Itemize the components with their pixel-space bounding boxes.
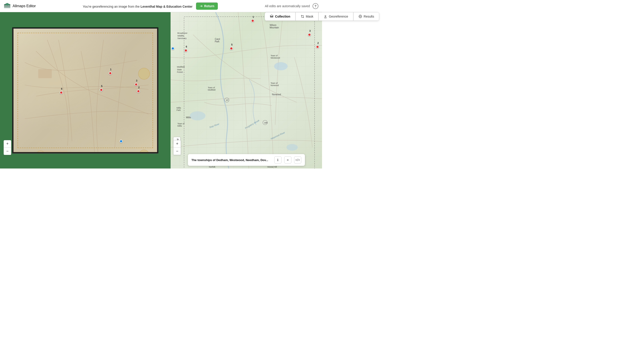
svg-point-26 xyxy=(263,120,267,125)
cp-label-6-left: 6 xyxy=(61,87,62,90)
right-zoom-controls: + − xyxy=(173,140,181,155)
svg-text:Neponset River: Neponset River xyxy=(270,131,286,140)
control-point-1-left[interactable]: 1 xyxy=(109,72,112,75)
app-name: Allmaps Editor xyxy=(12,4,36,8)
cp-label-5-right: 5 xyxy=(231,43,232,46)
institution-name: Leventhal Map & Education Center xyxy=(140,5,192,8)
map-topo-svg: Purgatory Brook Stop River Neponset Rive… xyxy=(170,12,322,169)
map-canvas[interactable]: Purgatory Brook Stop River Neponset Rive… xyxy=(170,12,322,169)
tab-mask[interactable]: Mask xyxy=(296,13,318,21)
info-button[interactable]: ℹ xyxy=(274,156,282,164)
list-button[interactable]: ≡ xyxy=(284,156,292,164)
label-wilson: WilsonMountain xyxy=(270,24,279,29)
svg-rect-1 xyxy=(4,6,10,7)
svg-text:27: 27 xyxy=(226,99,228,101)
label-millis: Millis xyxy=(186,116,191,119)
svg-rect-2 xyxy=(4,7,10,8)
header-notice: You're georeferencing an image from the … xyxy=(36,3,265,10)
crop-icon xyxy=(300,15,304,18)
control-point-2-right[interactable]: 2 xyxy=(316,45,319,49)
label-millis-town: Town ofMillis xyxy=(177,123,184,127)
control-point-6-right[interactable]: 6 xyxy=(184,49,188,52)
autosave-label: All edits are automatically saved xyxy=(265,4,310,8)
zoom-out-button-right[interactable]: − xyxy=(174,148,181,155)
map-image-container: 1 2 3 4 5 6 xyxy=(12,27,158,153)
map-image-frame[interactable]: 1 2 3 4 5 6 xyxy=(12,27,158,153)
control-point-3-left[interactable]: 3 xyxy=(134,83,138,86)
tabs-bar: Collection Mask Georeference Results xyxy=(264,12,322,21)
control-point-5-left[interactable]: 5 xyxy=(100,88,103,92)
control-point-5-right[interactable]: 5 xyxy=(230,47,233,50)
cp-label-6-right: 6 xyxy=(186,45,187,48)
left-panel-image: 1 2 3 4 5 6 xyxy=(0,12,170,169)
cp-label-3-right: 3 xyxy=(309,30,310,32)
layers-icon xyxy=(270,15,274,18)
map-inner-border xyxy=(18,33,153,148)
svg-point-24 xyxy=(224,98,229,102)
control-point-3-right[interactable]: 3 xyxy=(308,33,311,36)
label-broadmoor: BroadmoorWildlifeSanctuary xyxy=(177,32,188,40)
main-area: 1 2 3 4 5 6 xyxy=(0,12,322,169)
cp-label-1-left: 1 xyxy=(110,68,112,71)
return-button[interactable]: Return xyxy=(196,3,218,10)
svg-text:109: 109 xyxy=(264,122,268,124)
code-button[interactable]: </> xyxy=(294,156,301,164)
header: Allmaps Editor You're georeferencing an … xyxy=(0,0,322,12)
header-right: All edits are automatically saved ? xyxy=(265,3,318,9)
right-panel-map[interactable]: Purgatory Brook Stop River Neponset Rive… xyxy=(170,12,322,169)
label-westwood: Town ofWestwood xyxy=(270,55,280,59)
svg-text:Stop River: Stop River xyxy=(209,123,220,129)
control-point-1-right[interactable]: 1 xyxy=(251,19,254,22)
control-point-2-left[interactable]: 2 xyxy=(137,90,140,93)
map-title-label: The townships of Dedham, Westwood, Needh… xyxy=(192,158,272,162)
logo-area: Allmaps Editor xyxy=(4,3,36,10)
label-medfield-town: Town ofMedfield xyxy=(208,87,215,91)
return-icon xyxy=(200,5,203,8)
label-medfield-forest: MedfieldStateForest xyxy=(177,66,184,74)
logo-icon xyxy=(4,3,11,10)
tab-georeference[interactable]: Georeference xyxy=(318,13,322,21)
svg-point-19 xyxy=(286,144,298,151)
label-millis-park: MillisPark xyxy=(176,107,181,111)
svg-rect-17 xyxy=(184,17,314,169)
label-norwood: Norwood xyxy=(272,93,281,96)
label-moose-hill: Moose Hill xyxy=(267,166,277,168)
svg-point-18 xyxy=(274,62,288,70)
label-caryl: CarylPark xyxy=(215,38,220,43)
zoom-in-button-right[interactable]: + xyxy=(174,140,181,148)
cp-label-1-right: 1 xyxy=(252,16,254,18)
cp-label-3-left: 3 xyxy=(136,79,137,82)
svg-rect-29 xyxy=(177,139,179,140)
zoom-in-button-left[interactable]: + xyxy=(4,140,11,148)
svg-rect-4 xyxy=(270,17,273,17)
svg-text:Purgatory Brook: Purgatory Brook xyxy=(244,119,260,129)
control-point-blue-right[interactable] xyxy=(171,47,174,50)
bottom-info-bar: The townships of Dedham, Westwood, Needh… xyxy=(188,154,305,166)
help-button[interactable]: ? xyxy=(312,3,318,9)
label-norwood-town: Town ofNorwood xyxy=(270,82,278,87)
zoom-out-button-left[interactable]: − xyxy=(4,148,11,155)
control-point-blue-left[interactable] xyxy=(120,140,123,143)
left-zoom-controls: + − xyxy=(4,140,11,155)
cp-label-2-right: 2 xyxy=(317,42,318,44)
tab-collection[interactable]: Collection xyxy=(265,13,296,21)
svg-point-20 xyxy=(190,111,206,120)
control-point-6-left[interactable]: 6 xyxy=(60,91,63,94)
cp-label-2-left: 2 xyxy=(138,86,140,89)
cp-label-5-left: 5 xyxy=(101,85,102,87)
